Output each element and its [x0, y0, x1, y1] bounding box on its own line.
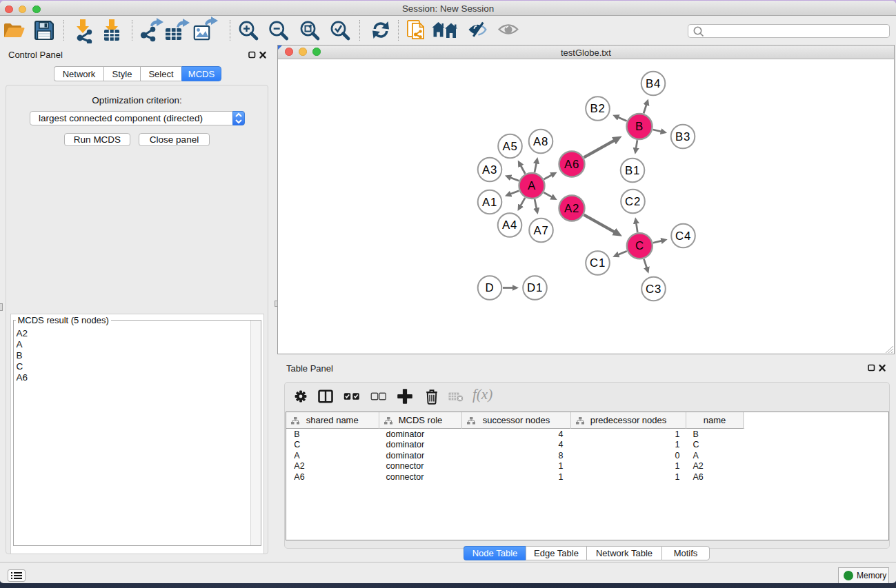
svg-text:C2: C2	[625, 194, 641, 207]
svg-text:C4: C4	[675, 229, 691, 242]
svg-text:A: A	[528, 179, 536, 192]
svg-text:D: D	[486, 281, 495, 294]
svg-text:B3: B3	[675, 130, 690, 143]
svg-text:A2: A2	[564, 201, 579, 214]
svg-text:C3: C3	[646, 282, 661, 295]
svg-text:D1: D1	[527, 281, 543, 294]
svg-text:B4: B4	[646, 77, 661, 90]
svg-text:A8: A8	[533, 134, 548, 148]
svg-text:C: C	[635, 239, 644, 252]
svg-text:B2: B2	[590, 102, 606, 115]
svg-text:A4: A4	[502, 219, 517, 232]
svg-text:A3: A3	[482, 163, 497, 176]
svg-text:A6: A6	[564, 157, 579, 170]
svg-text:C1: C1	[590, 256, 606, 270]
svg-text:A5: A5	[503, 139, 518, 152]
svg-text:A7: A7	[534, 223, 549, 236]
svg-text:B1: B1	[625, 163, 640, 176]
svg-text:A1: A1	[482, 195, 497, 208]
svg-text:B: B	[635, 120, 644, 133]
